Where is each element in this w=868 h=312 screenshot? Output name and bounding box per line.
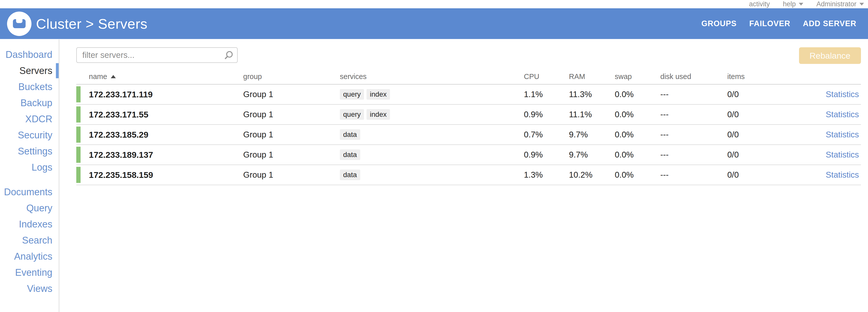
column-header-disk-used[interactable]: disk used [660, 72, 727, 81]
health-indicator [76, 86, 81, 102]
sidebar-item-indexes[interactable]: Indexes [0, 216, 59, 232]
server-name-cell: 172.233.171.55 [76, 110, 243, 120]
sidebar-item-search[interactable]: Search [0, 232, 59, 248]
sidebar-group: DocumentsQueryIndexesSearchAnalyticsEven… [0, 184, 59, 297]
server-items: 0/0 [727, 130, 818, 139]
server-name-cell: 172.233.189.137 [76, 150, 243, 160]
sidebar-item-settings[interactable]: Settings [0, 143, 59, 159]
server-stats-cell: Statistics [818, 150, 861, 159]
sidebar-item-query[interactable]: Query [0, 200, 59, 216]
server-cpu: 0.9% [524, 150, 569, 159]
service-badge-index: index [367, 109, 390, 120]
user-menu-label: Administrator [816, 0, 857, 8]
caret-down-icon [799, 3, 803, 5]
server-items: 0/0 [727, 170, 818, 180]
server-swap: 0.0% [615, 110, 660, 119]
sidebar-item-buckets[interactable]: Buckets [0, 79, 59, 95]
groups-button[interactable]: GROUPS [701, 19, 737, 28]
server-items: 0/0 [727, 90, 818, 99]
server-name: 172.233.185.29 [89, 130, 148, 139]
server-name: 172.233.189.137 [89, 150, 153, 159]
search-icon [224, 51, 234, 60]
sidebar-item-analytics[interactable]: Analytics [0, 248, 59, 264]
sidebar-item-eventing[interactable]: Eventing [0, 264, 59, 281]
column-header-name-label: name [89, 72, 107, 81]
server-disk-used: --- [660, 150, 727, 159]
sidebar-group: DashboardServersBucketsBackupXDCRSecurit… [0, 46, 59, 176]
server-name: 172.235.158.159 [89, 170, 153, 180]
column-header-ram[interactable]: RAM [569, 72, 615, 81]
service-badge-index: index [367, 89, 390, 100]
service-badge-data: data [340, 169, 360, 180]
sidebar-item-backup[interactable]: Backup [0, 95, 59, 111]
server-ram: 11.1% [569, 110, 615, 119]
help-menu-label: help [783, 0, 796, 8]
server-group: Group 1 [243, 130, 340, 139]
sidebar-item-views[interactable]: Views [0, 281, 59, 297]
server-services: data [340, 129, 524, 140]
column-header-group[interactable]: group [243, 72, 340, 81]
rebalance-button[interactable]: Rebalance [799, 47, 861, 64]
statistics-link[interactable]: Statistics [826, 150, 859, 159]
sidebar-item-dashboard[interactable]: Dashboard [0, 46, 59, 63]
statistics-link[interactable]: Statistics [826, 130, 859, 139]
server-services: data [340, 150, 524, 160]
server-services: queryindex [340, 89, 524, 100]
sidebar-item-security[interactable]: Security [0, 127, 59, 143]
health-indicator [76, 127, 81, 143]
table-row: 172.235.158.159 Group 1 data 1.3% 10.2% … [76, 165, 861, 185]
server-swap: 0.0% [615, 150, 660, 159]
server-items: 0/0 [727, 150, 818, 159]
server-ram: 11.3% [569, 90, 615, 99]
server-cpu: 0.9% [524, 110, 569, 119]
user-menu[interactable]: Administrator [816, 0, 864, 8]
column-header-name[interactable]: name [76, 72, 243, 81]
activity-link[interactable]: activity [749, 0, 770, 8]
table-row: 172.233.171.55 Group 1 queryindex 0.9% 1… [76, 105, 861, 125]
sidebar-item-servers[interactable]: Servers [0, 63, 59, 79]
sidebar-item-documents[interactable]: Documents [0, 184, 59, 200]
health-indicator [76, 147, 81, 163]
server-ram: 9.7% [569, 130, 615, 139]
server-swap: 0.0% [615, 130, 660, 139]
server-name-cell: 172.235.158.159 [76, 170, 243, 180]
server-group: Group 1 [243, 110, 340, 119]
server-disk-used: --- [660, 170, 727, 180]
server-swap: 0.0% [615, 170, 660, 180]
filter-servers-input[interactable] [76, 47, 238, 63]
server-disk-used: --- [660, 110, 727, 119]
filter-field-wrap [76, 47, 238, 63]
statistics-link[interactable]: Statistics [826, 110, 859, 119]
help-menu[interactable]: help [783, 0, 803, 8]
server-name: 172.233.171.119 [89, 90, 153, 99]
servers-table: name group services CPU RAM swap disk us… [76, 69, 861, 185]
sidebar-item-xdcr[interactable]: XDCR [0, 111, 59, 127]
server-services: queryindex [340, 109, 524, 120]
server-cpu: 1.1% [524, 90, 569, 99]
sidebar-item-logs[interactable]: Logs [0, 159, 59, 176]
table-row: 172.233.171.119 Group 1 queryindex 1.1% … [76, 85, 861, 105]
health-indicator [76, 167, 81, 183]
server-ram: 10.2% [569, 170, 615, 180]
column-header-items[interactable]: items [727, 72, 818, 81]
add-server-button[interactable]: ADD SERVER [803, 19, 857, 28]
activity-link-label: activity [749, 0, 770, 8]
server-stats-cell: Statistics [818, 130, 861, 139]
column-header-cpu[interactable]: CPU [524, 72, 569, 81]
server-group: Group 1 [243, 150, 340, 159]
statistics-link[interactable]: Statistics [826, 90, 859, 99]
sidebar-nav: DashboardServersBucketsBackupXDCRSecurit… [0, 39, 59, 312]
column-header-swap[interactable]: swap [615, 72, 660, 81]
server-ram: 9.7% [569, 150, 615, 159]
column-header-services[interactable]: services [340, 72, 524, 81]
statistics-link[interactable]: Statistics [826, 170, 859, 179]
app-header: Cluster > Servers GROUPS FAILOVER ADD SE… [0, 8, 868, 39]
main-content: Rebalance name group services CPU RAM sw… [59, 39, 868, 312]
service-badge-data: data [340, 150, 360, 160]
service-badge-data: data [340, 129, 360, 140]
server-group: Group 1 [243, 90, 340, 99]
server-disk-used: --- [660, 130, 727, 139]
server-swap: 0.0% [615, 90, 660, 99]
failover-button[interactable]: FAILOVER [749, 19, 790, 28]
service-badge-query: query [340, 89, 364, 100]
